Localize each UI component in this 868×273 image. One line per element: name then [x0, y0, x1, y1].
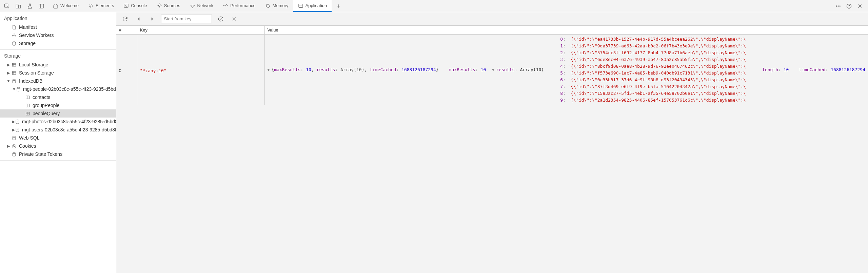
tab-welcome[interactable]: Welcome	[48, 0, 83, 12]
sidebar-item-store-contacts[interactable]: contacts	[0, 93, 116, 101]
sidebar-label: mgt-users-02b03c8c-a55c-4f23-9285-d5bd8f…	[22, 127, 116, 132]
table-header: # Key Value	[116, 26, 868, 35]
delete-icon[interactable]	[230, 14, 239, 24]
array-item[interactable]: 2: "{\"id\":\"5754cc3f-f692-4177-8bb4-77…	[544, 49, 746, 56]
cookie-icon	[11, 144, 17, 149]
tab-memory[interactable]: Memory	[260, 0, 293, 12]
array-item[interactable]: 6: "{\"id\":\"0c33b3f7-37d6-4c9f-98b8-d9…	[544, 77, 746, 83]
tab-performance[interactable]: Performance	[218, 0, 260, 12]
tab-sources[interactable]: Sources	[152, 0, 185, 12]
svg-rect-36	[26, 112, 29, 115]
refresh-icon[interactable]	[120, 14, 130, 24]
tab-label: Elements	[96, 3, 114, 8]
array-item[interactable]: 1: "{\"id\":\"9da37739-ad63-42aa-b0c2-06…	[544, 43, 746, 49]
sidebar-label: Storage	[19, 41, 36, 46]
header-key[interactable]: Key	[137, 26, 265, 34]
sidebar-item-local-storage[interactable]: ▶Local Storage	[0, 61, 116, 69]
header-value[interactable]: Value	[265, 26, 868, 34]
sidebar-label: peopleQuery	[33, 111, 60, 116]
sidebar-label: Cookies	[19, 143, 36, 149]
dock-icon[interactable]	[37, 1, 46, 11]
svg-point-28	[13, 79, 16, 80]
tab-label: Console	[131, 3, 147, 8]
flask-icon[interactable]	[25, 1, 35, 11]
table-icon	[11, 62, 17, 67]
table-icon	[24, 103, 31, 108]
table-icon	[24, 95, 31, 100]
sidebar-item-indexeddb[interactable]: ▼IndexedDB	[0, 77, 116, 85]
array-item[interactable]: 0: "{\"id\":\"ea41733b-1527-4e4b-917d-55…	[544, 36, 746, 43]
database-icon	[11, 41, 17, 46]
application-sidebar: Application Manifest Service Workers Sto…	[0, 12, 116, 273]
sidebar-label: IndexedDB	[19, 78, 42, 84]
object-property-timecached[interactable]: timeCached: 1688126187294	[789, 66, 865, 73]
array-item[interactable]: 8: "{\"id\":\"1583ac27-5fd5-4eb1-af35-64…	[544, 90, 746, 97]
sidebar-item-cookies[interactable]: ▶Cookies	[0, 142, 116, 150]
prev-page-icon[interactable]	[134, 14, 143, 24]
svg-point-15	[840, 5, 840, 6]
svg-point-46	[13, 152, 16, 153]
svg-point-14	[838, 5, 839, 6]
object-property[interactable]: maxResults: 10	[439, 66, 486, 73]
sidebar-item-store-grouppeople[interactable]: groupPeople	[0, 101, 116, 109]
svg-rect-5	[124, 4, 128, 7]
sidebar-item-websql[interactable]: Web SQL	[0, 134, 116, 142]
array-item[interactable]: 9: "{\"id\":\"2a1d2354-9825-4406-85ef-15…	[544, 97, 746, 104]
sidebar-item-storage[interactable]: Storage	[0, 39, 116, 47]
close-icon[interactable]	[856, 1, 864, 11]
array-item[interactable]: 7: "{\"id\":\"87f3d469-e6f9-4f9e-b5fa-51…	[544, 83, 746, 90]
inspect-icon[interactable]	[2, 1, 12, 11]
sidebar-item-session-storage[interactable]: ▶Session Storage	[0, 69, 116, 77]
document-icon	[11, 25, 17, 30]
svg-point-17	[849, 7, 849, 7]
svg-rect-2	[19, 5, 21, 8]
toolbar-left-icons	[0, 0, 48, 12]
sidebar-label: mgt-photos-02b03c8c-a55c-4f23-9285-d5bd8…	[22, 119, 116, 124]
tab-application[interactable]: Application	[293, 0, 332, 12]
sidebar-item-db-people[interactable]: ▼mgt-people-02b03c8c-a55c-4f23-9285-d5bd…	[0, 85, 116, 93]
help-icon[interactable]	[845, 1, 853, 11]
tab-network[interactable]: Network	[185, 0, 218, 12]
array-item[interactable]: 4: "{\"id\":\"8bcf9d08-0ae8-4b28-9d76-92…	[544, 63, 746, 70]
sidebar-item-db-users[interactable]: ▶mgt-users-02b03c8c-a55c-4f23-9285-d5bd8…	[0, 126, 116, 134]
sidebar-section-application: Application	[0, 12, 116, 23]
database-icon	[15, 127, 20, 132]
sidebar-item-service-workers[interactable]: Service Workers	[0, 31, 116, 39]
object-summary[interactable]: ▼{maxResults: 10, results: Array(10), ti…	[268, 66, 439, 74]
tab-console[interactable]: Console	[119, 0, 152, 12]
more-icon[interactable]	[834, 1, 842, 11]
svg-point-43	[13, 145, 14, 146]
sidebar-item-manifest[interactable]: Manifest	[0, 23, 116, 31]
next-page-icon[interactable]	[147, 14, 157, 24]
array-item[interactable]: 5: "{\"id\":\"f573e690-1ac7-4a85-beb9-04…	[544, 70, 746, 77]
object-property-results[interactable]: ▼results: Array(10)	[486, 66, 544, 74]
sidebar-item-db-photos[interactable]: ▶mgt-photos-02b03c8c-a55c-4f23-9285-d5bd…	[0, 118, 116, 126]
clear-icon[interactable]	[216, 14, 225, 24]
tab-label: Welcome	[60, 3, 79, 8]
cell-value: ▼{maxResults: 10, results: Array(10), ti…	[265, 35, 868, 105]
header-index[interactable]: #	[116, 26, 137, 34]
object-property-length[interactable]: length: 10	[746, 66, 789, 73]
tab-label: Memory	[273, 3, 289, 8]
sidebar-item-store-peoplequery[interactable]: peopleQuery	[0, 109, 116, 118]
toolbar-right-icons	[830, 0, 868, 12]
devtools-top-bar: Welcome Elements Console Sources Network…	[0, 0, 868, 12]
svg-point-40	[16, 128, 19, 129]
table-icon	[24, 111, 31, 116]
tab-elements[interactable]: Elements	[83, 0, 119, 12]
start-from-key-input[interactable]	[161, 15, 212, 23]
table-body: 0 "*:any:10" ▼{maxResults: 10, results: …	[116, 35, 868, 273]
table-row[interactable]: 0 "*:any:10" ▼{maxResults: 10, results: …	[116, 35, 868, 105]
tab-label: Application	[305, 3, 327, 8]
svg-point-6	[158, 5, 160, 6]
array-item[interactable]: 3: "{\"id\":\"6de8ec04-6376-4939-ab47-83…	[544, 56, 746, 63]
table-icon	[11, 70, 17, 76]
svg-point-41	[13, 136, 16, 137]
chevron-right-icon: ▶	[6, 71, 11, 75]
add-tab-button[interactable]	[332, 0, 345, 12]
svg-point-39	[16, 120, 19, 121]
device-icon[interactable]	[14, 1, 23, 11]
sidebar-item-private-tokens[interactable]: Private State Tokens	[0, 150, 116, 158]
sidebar-label: Private State Tokens	[19, 151, 62, 157]
sidebar-label: groupPeople	[33, 103, 59, 108]
